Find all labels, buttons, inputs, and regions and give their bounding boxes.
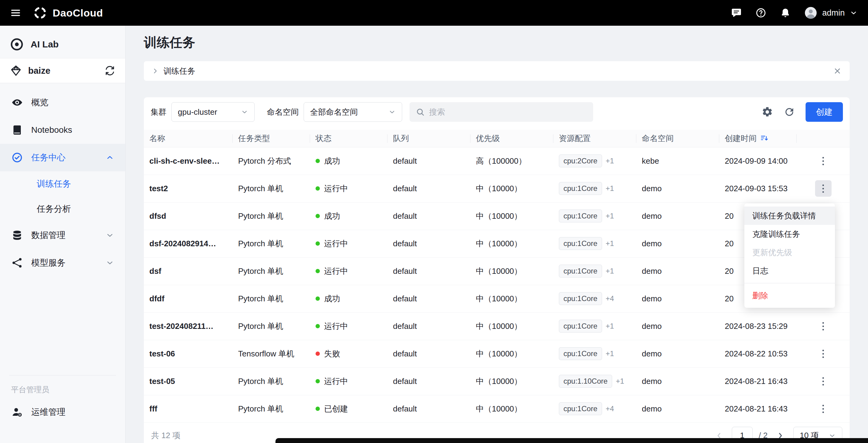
help-button[interactable] bbox=[755, 7, 766, 18]
switch-workspace-button[interactable] bbox=[104, 65, 115, 76]
table-row[interactable]: test-202408211… Pytorch 单机 运行中 default 中… bbox=[144, 312, 850, 340]
menu-item-logs[interactable]: 日志 bbox=[744, 261, 835, 280]
sidebar-item-overview[interactable]: 概览 bbox=[0, 89, 125, 116]
table-row[interactable]: test2 Pytorch 单机 运行中 default 中（10000） cp… bbox=[144, 175, 850, 202]
row-actions-button[interactable] bbox=[815, 345, 832, 362]
create-button[interactable]: 创建 bbox=[806, 102, 843, 122]
job-namespace: demo bbox=[636, 368, 719, 395]
product-name: AI Lab bbox=[31, 39, 59, 50]
job-resources: cpu:2Core+1 bbox=[553, 147, 636, 175]
table-row[interactable]: test-05 Pytorch 单机 运行中 default 中（10000） … bbox=[144, 368, 850, 395]
job-type: Pytorch 分布式 bbox=[232, 147, 310, 175]
daocloud-logo-icon bbox=[33, 6, 47, 20]
job-name[interactable]: test-06 bbox=[144, 340, 232, 368]
sidebar-item-training-jobs[interactable]: 训练任务 bbox=[0, 171, 125, 196]
search-box bbox=[409, 102, 593, 122]
search-input[interactable] bbox=[429, 107, 587, 117]
job-type: Pytorch 单机 bbox=[232, 285, 310, 312]
sidebar-item-task-analysis[interactable]: 任务分析 bbox=[0, 196, 125, 222]
sidebar-item-operations[interactable]: 运维管理 bbox=[0, 398, 125, 426]
job-name[interactable]: dfdf bbox=[144, 285, 232, 312]
resource-chip: cpu:1Core bbox=[559, 265, 602, 278]
job-name[interactable]: dsf-2024082914… bbox=[144, 230, 232, 257]
status-dot bbox=[315, 296, 320, 301]
cluster-select[interactable]: gpu-cluster bbox=[172, 102, 255, 122]
settings-button[interactable] bbox=[762, 106, 773, 118]
resource-chip: cpu:1Core bbox=[559, 237, 602, 250]
row-actions-button[interactable] bbox=[815, 401, 832, 417]
table-row[interactable]: dfdf Pytorch 单机 成功 default 中（10000） cpu:… bbox=[144, 285, 850, 312]
sidebar-item-task-center[interactable]: 任务中心 bbox=[0, 144, 125, 171]
job-name[interactable]: test-202408211… bbox=[144, 312, 232, 340]
notifications-button[interactable] bbox=[780, 7, 791, 18]
col-name: 名称 bbox=[144, 130, 232, 147]
job-created: 2024-09-09 14:00 bbox=[719, 147, 797, 175]
job-status: 运行中 bbox=[310, 312, 388, 340]
job-type: Pytorch 单机 bbox=[232, 202, 310, 230]
sidebar: AI Lab baize 概览 bbox=[0, 26, 125, 443]
close-tab-button[interactable] bbox=[833, 67, 842, 75]
column-label: 状态 bbox=[315, 133, 332, 144]
job-status: 成功 bbox=[310, 202, 388, 230]
menu-item-delete[interactable]: 删除 bbox=[744, 286, 835, 305]
job-status: 成功 bbox=[310, 147, 388, 175]
table-row[interactable]: dsf-2024082914… Pytorch 单机 运行中 default 中… bbox=[144, 230, 850, 257]
table-row[interactable]: test-06 Tensorflow 单机 失败 default 中（10000… bbox=[144, 340, 850, 368]
product-header: AI Lab bbox=[0, 26, 125, 58]
job-created: 2024-09-03 15:53 bbox=[719, 175, 797, 202]
breadcrumb: 训练任务 bbox=[144, 61, 850, 81]
status-dot bbox=[315, 159, 320, 163]
job-priority: 中（10000） bbox=[470, 202, 553, 230]
job-type: Pytorch 单机 bbox=[232, 175, 310, 202]
row-actions-button[interactable] bbox=[815, 318, 832, 335]
job-name[interactable]: test-05 bbox=[144, 368, 232, 395]
switch-workspace-icon bbox=[104, 65, 115, 76]
total-count: 共 12 项 bbox=[151, 430, 180, 441]
user-menu[interactable]: admin bbox=[804, 6, 858, 19]
column-label: 优先级 bbox=[476, 133, 500, 144]
page-title: 训练任务 bbox=[144, 35, 850, 50]
eye-icon bbox=[11, 96, 23, 108]
menu-item-clone-job[interactable]: 克隆训练任务 bbox=[744, 225, 835, 243]
column-label: 队列 bbox=[393, 133, 409, 144]
table-row[interactable]: cli-sh-c-env-slee… Pytorch 分布式 成功 defaul… bbox=[144, 147, 850, 175]
messages-button[interactable] bbox=[731, 7, 742, 18]
job-name[interactable]: test2 bbox=[144, 175, 232, 202]
sidebar-item-notebooks[interactable]: Notebooks bbox=[0, 116, 125, 144]
row-actions-button[interactable] bbox=[815, 153, 832, 169]
job-name[interactable]: cli-sh-c-env-slee… bbox=[144, 147, 232, 175]
job-name[interactable]: dsf bbox=[144, 257, 232, 285]
table-row[interactable]: dfsd Pytorch 单机 成功 default 中（10000） cpu:… bbox=[144, 202, 850, 230]
row-actions-button[interactable] bbox=[815, 373, 832, 389]
menu-item-workload-detail[interactable]: 训练任务负载详情 bbox=[744, 207, 835, 225]
namespace-label: 命名空间 bbox=[267, 107, 299, 118]
breadcrumb-item[interactable]: 训练任务 bbox=[163, 66, 195, 76]
help-icon bbox=[755, 7, 766, 18]
chevron-down-icon bbox=[105, 231, 114, 240]
status-dot bbox=[315, 269, 320, 273]
job-type: Pytorch 单机 bbox=[232, 368, 310, 395]
column-label: 资源配置 bbox=[559, 133, 591, 144]
job-name[interactable]: fff bbox=[144, 395, 232, 422]
col-created[interactable]: 创建时间 bbox=[719, 130, 797, 147]
sort-descending-icon[interactable] bbox=[760, 134, 769, 143]
row-actions-button-open[interactable] bbox=[815, 180, 832, 197]
status-text: 成功 bbox=[324, 212, 340, 221]
hamburger-menu-button[interactable] bbox=[10, 8, 21, 18]
namespace-select[interactable]: 全部命名空间 bbox=[304, 102, 402, 122]
workspace-selector[interactable]: baize bbox=[0, 58, 125, 83]
table-row[interactable]: dsf Pytorch 单机 运行中 default 中（10000） cpu:… bbox=[144, 257, 850, 285]
brand-logo[interactable]: DaoCloud bbox=[33, 6, 103, 20]
job-type: Tensorflow 单机 bbox=[232, 340, 310, 368]
sidebar-item-data-management[interactable]: 数据管理 bbox=[0, 222, 125, 249]
status-dot bbox=[315, 214, 320, 218]
refresh-button[interactable] bbox=[783, 106, 795, 118]
sidebar-item-model-services[interactable]: 模型服务 bbox=[0, 249, 125, 277]
hamburger-icon bbox=[10, 8, 21, 18]
job-actions bbox=[797, 147, 850, 175]
job-name[interactable]: dfsd bbox=[144, 202, 232, 230]
table-row[interactable]: fff Pytorch 单机 已创建 default 中（10000） cpu:… bbox=[144, 395, 850, 422]
status-dot bbox=[315, 379, 320, 383]
job-resources: cpu:1Core+4 bbox=[553, 395, 636, 422]
job-created: 2024-08-23 15:29 bbox=[719, 312, 797, 340]
